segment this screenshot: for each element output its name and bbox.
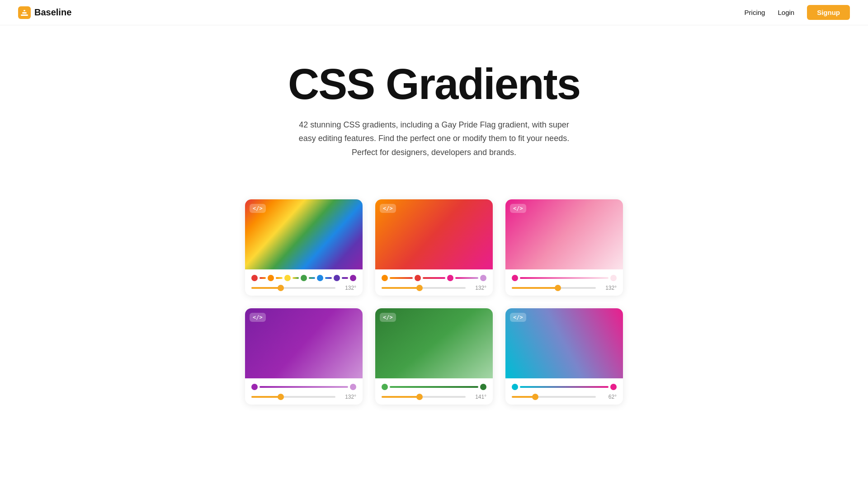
nav-right: Pricing Login Signup <box>745 5 850 20</box>
gradient-card-pink[interactable]: </>132° <box>505 199 623 296</box>
svg-rect-2 <box>22 12 27 14</box>
angle-row-green: 141° <box>382 394 486 400</box>
signup-button[interactable]: Signup <box>807 5 850 20</box>
pricing-link[interactable]: Pricing <box>745 9 765 16</box>
slider-thumb-purple[interactable] <box>278 394 284 400</box>
gradient-card-purple[interactable]: </>132° <box>245 308 363 405</box>
slider-fill-orange-red <box>382 287 420 289</box>
slider-track-pink[interactable] <box>512 287 596 289</box>
angle-row-pink: 132° <box>512 285 617 291</box>
gradient-controls-cyan-pink: 62° <box>505 378 623 405</box>
gradient-controls-pink: 132° <box>505 269 623 296</box>
angle-row-purple: 132° <box>251 394 356 400</box>
code-tag-orange-red[interactable]: </> <box>380 204 396 213</box>
angle-row-cyan-pink: 62° <box>512 394 617 400</box>
gradient-preview-cyan-pink: </> <box>505 308 623 378</box>
gradient-preview-purple: </> <box>245 308 363 378</box>
slider-track-green[interactable] <box>382 396 466 398</box>
color-dot-cyan-pink-0[interactable] <box>512 384 518 390</box>
angle-row-orange-red: 132° <box>382 285 486 291</box>
svg-rect-1 <box>21 14 28 16</box>
gradient-card-green[interactable]: </>141° <box>375 308 493 405</box>
code-tag-cyan-pink[interactable]: </> <box>510 313 526 322</box>
color-dot-orange-red-3[interactable] <box>480 275 486 281</box>
angle-label-rainbow: 132° <box>339 285 356 291</box>
slider-fill-pink <box>512 287 558 289</box>
color-stops-pink <box>512 275 617 281</box>
color-dot-orange-red-0[interactable] <box>382 275 388 281</box>
code-tag-pink[interactable]: </> <box>510 204 526 213</box>
color-stops-green <box>382 384 486 390</box>
slider-thumb-orange-red[interactable] <box>416 285 423 291</box>
login-link[interactable]: Login <box>778 9 794 16</box>
gradient-card-orange-red[interactable]: </>132° <box>375 199 493 296</box>
gradient-controls-rainbow: 132° <box>245 269 363 296</box>
slider-thumb-cyan-pink[interactable] <box>532 394 538 400</box>
color-dot-green-1[interactable] <box>480 384 486 390</box>
logo-text: Baseline <box>34 7 71 18</box>
color-line-rainbow-4 <box>325 277 331 279</box>
slider-track-cyan-pink[interactable] <box>512 396 596 398</box>
color-dot-rainbow-6[interactable] <box>350 275 356 281</box>
slider-fill-rainbow <box>251 287 281 289</box>
gradient-preview-orange-red: </> <box>375 199 493 269</box>
color-dot-orange-red-2[interactable] <box>447 275 453 281</box>
color-line-green-0 <box>390 386 478 388</box>
slider-track-orange-red[interactable] <box>382 287 466 289</box>
color-dot-orange-red-1[interactable] <box>415 275 421 281</box>
hero-title: CSS Gradients <box>9 61 859 107</box>
logo-icon <box>18 6 31 19</box>
gradient-controls-orange-red: 132° <box>375 269 493 296</box>
slider-fill-green <box>382 396 420 398</box>
angle-label-purple: 132° <box>339 394 356 400</box>
color-line-rainbow-2 <box>292 277 299 279</box>
color-line-orange-red-1 <box>423 277 446 279</box>
color-line-orange-red-0 <box>390 277 413 279</box>
hero-section: CSS Gradients 42 stunning CSS gradients,… <box>0 25 868 178</box>
gradient-card-rainbow[interactable]: </>132° <box>245 199 363 296</box>
color-dot-rainbow-2[interactable] <box>284 275 291 281</box>
logo-link[interactable]: Baseline <box>18 6 71 19</box>
color-dot-pink-0[interactable] <box>512 275 518 281</box>
code-tag-green[interactable]: </> <box>380 313 396 322</box>
color-dot-purple-0[interactable] <box>251 384 258 390</box>
color-dot-rainbow-0[interactable] <box>251 275 258 281</box>
slider-thumb-rainbow[interactable] <box>278 285 284 291</box>
navbar: Baseline Pricing Login Signup <box>0 0 868 25</box>
gradient-controls-green: 141° <box>375 378 493 405</box>
slider-thumb-green[interactable] <box>416 394 423 400</box>
angle-label-cyan-pink: 62° <box>599 394 617 400</box>
color-line-pink-0 <box>520 277 609 279</box>
slider-thumb-pink[interactable] <box>555 285 561 291</box>
color-line-rainbow-1 <box>276 277 282 279</box>
color-line-rainbow-3 <box>309 277 315 279</box>
color-stops-cyan-pink <box>512 384 617 390</box>
color-dot-rainbow-4[interactable] <box>317 275 323 281</box>
angle-row-rainbow: 132° <box>251 285 356 291</box>
gradient-card-cyan-pink[interactable]: </>62° <box>505 308 623 405</box>
color-line-rainbow-5 <box>342 277 348 279</box>
slider-track-purple[interactable] <box>251 396 335 398</box>
color-dot-rainbow-5[interactable] <box>334 275 340 281</box>
color-dot-pink-1[interactable] <box>610 275 617 281</box>
gradient-controls-purple: 132° <box>245 378 363 405</box>
color-dot-rainbow-1[interactable] <box>268 275 274 281</box>
hero-description: 42 stunning CSS gradients, including a G… <box>294 118 574 160</box>
color-dot-rainbow-3[interactable] <box>301 275 307 281</box>
gradient-preview-green: </> <box>375 308 493 378</box>
color-stops-purple <box>251 384 356 390</box>
code-tag-rainbow[interactable]: </> <box>250 204 266 213</box>
color-stops-rainbow <box>251 275 356 281</box>
slider-fill-purple <box>251 396 281 398</box>
angle-label-pink: 132° <box>599 285 617 291</box>
code-tag-purple[interactable]: </> <box>250 313 266 322</box>
gradient-grid: </>132°</>132°</>132°</>132°</>141°</>62… <box>0 178 868 432</box>
color-stops-orange-red <box>382 275 486 281</box>
color-dot-purple-1[interactable] <box>350 384 356 390</box>
color-dot-green-0[interactable] <box>382 384 388 390</box>
angle-label-orange-red: 132° <box>469 285 486 291</box>
color-line-purple-0 <box>259 386 348 388</box>
slider-track-rainbow[interactable] <box>251 287 335 289</box>
color-dot-cyan-pink-1[interactable] <box>610 384 617 390</box>
gradient-preview-pink: </> <box>505 199 623 269</box>
